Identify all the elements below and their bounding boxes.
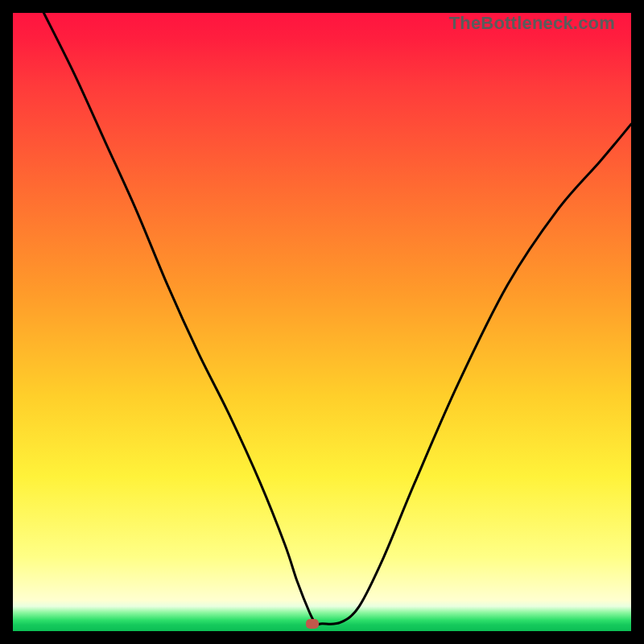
minimum-marker bbox=[306, 619, 319, 629]
bottleneck-curve bbox=[13, 13, 631, 631]
watermark-text: TheBottleneck.com bbox=[449, 13, 615, 34]
plot-area: TheBottleneck.com bbox=[13, 13, 631, 631]
chart-frame: TheBottleneck.com bbox=[0, 0, 644, 644]
